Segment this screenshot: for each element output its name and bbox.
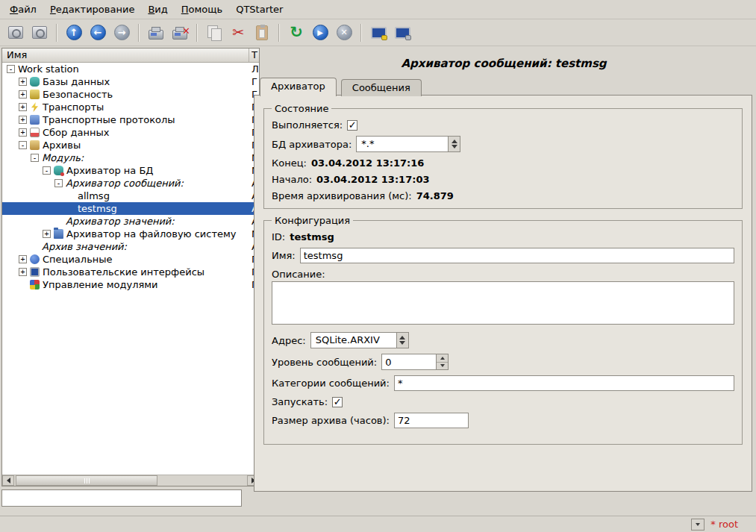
menu-view[interactable]: Вид bbox=[141, 1, 174, 17]
copy-icon bbox=[207, 25, 221, 40]
tab-content: Состояние Выполняется: ✓ БД архиватора: … bbox=[254, 95, 752, 492]
scrollbar-track[interactable] bbox=[157, 475, 247, 486]
tree-item-fs-archiver[interactable]: +Архиватор на файловую системуМ bbox=[2, 228, 259, 240]
back-button[interactable]: ← bbox=[87, 22, 109, 44]
scroll-left-button[interactable] bbox=[2, 475, 14, 486]
expander-icon[interactable]: + bbox=[19, 255, 27, 263]
toolbar-separator bbox=[278, 24, 280, 42]
description-textarea[interactable] bbox=[272, 281, 734, 325]
refresh-icon: ↻ bbox=[290, 25, 303, 40]
expander-icon[interactable]: + bbox=[19, 90, 27, 98]
tree-item-security[interactable]: +БезопасностьГ bbox=[2, 88, 259, 101]
message-level-spinbox[interactable] bbox=[381, 354, 449, 370]
stop-button[interactable]: ✕ bbox=[333, 22, 355, 44]
state-group-legend: Состояние bbox=[272, 103, 331, 114]
expander-icon[interactable]: - bbox=[19, 141, 27, 149]
menu-help[interactable]: Помощь bbox=[175, 1, 229, 17]
running-checkbox[interactable]: ✓ bbox=[347, 120, 357, 131]
toolbar-separator bbox=[56, 24, 57, 42]
qt-config-button[interactable] bbox=[367, 22, 390, 44]
add-item-button[interactable] bbox=[145, 22, 167, 44]
expander-icon[interactable]: - bbox=[7, 65, 15, 73]
start-icon: ▶ bbox=[313, 25, 328, 40]
qt-terminal-button[interactable] bbox=[391, 22, 413, 44]
tree-item-value-archive[interactable]: Архив значений:А bbox=[2, 240, 259, 253]
load-from-db-icon bbox=[8, 26, 23, 39]
expander-icon[interactable]: - bbox=[31, 154, 39, 162]
tree-header: Имя Т bbox=[2, 48, 259, 63]
tree-item-archives[interactable]: -АрхивыГ bbox=[2, 139, 259, 151]
toolbar-separator bbox=[360, 24, 362, 42]
paste-button[interactable] bbox=[251, 22, 273, 44]
start-button[interactable]: ▶ bbox=[309, 22, 331, 44]
end-value: 03.04.2012 13:17:16 bbox=[311, 157, 424, 169]
tab-archiver[interactable]: Архиватор bbox=[260, 78, 337, 96]
archiving-time-label: Время архивирования (мс): bbox=[272, 190, 412, 201]
start-checkbox[interactable]: ✓ bbox=[332, 397, 343, 407]
tree-item-daq[interactable]: +Сбор данныхГ bbox=[2, 126, 259, 139]
tab-messages[interactable]: Сообщения bbox=[341, 79, 422, 96]
expander-icon[interactable]: + bbox=[19, 268, 27, 276]
start-label: Запускать: bbox=[272, 396, 328, 407]
delete-item-icon: ✕ bbox=[172, 30, 187, 40]
main-panel: Архиватор сообщений: testmsg Архиватор С… bbox=[254, 48, 754, 516]
tree-item-testmsg[interactable]: testmsgА bbox=[2, 202, 259, 215]
scrollbar-thumb[interactable] bbox=[16, 475, 157, 486]
user-combo[interactable] bbox=[691, 519, 705, 531]
spin-arrows-icon[interactable] bbox=[436, 354, 448, 369]
expander-icon[interactable]: - bbox=[43, 166, 51, 175]
tree-item-allmsg[interactable]: allmsgА bbox=[2, 190, 259, 202]
expander-icon[interactable]: + bbox=[19, 78, 27, 86]
toolbar: ↑ ← → ✕ ✂ ↻ ▶ ✕ bbox=[0, 19, 756, 46]
name-label: Имя: bbox=[272, 250, 296, 261]
expander-icon[interactable]: + bbox=[19, 103, 27, 111]
menu-qtstarter[interactable]: QTStarter bbox=[229, 1, 290, 17]
message-level-input[interactable] bbox=[382, 354, 436, 369]
tree-panel: Имя Т -Work stationЛ +Базы данныхГ +Безо… bbox=[1, 48, 260, 486]
cut-button[interactable]: ✂ bbox=[227, 22, 249, 44]
forward-button[interactable]: → bbox=[110, 22, 133, 44]
refresh-button[interactable]: ↻ bbox=[285, 22, 307, 44]
add-item-icon bbox=[149, 30, 163, 40]
address-combo[interactable]: SQLite.ARXIV bbox=[310, 332, 409, 348]
tree-column-name: Имя bbox=[7, 49, 27, 60]
expander-icon[interactable]: - bbox=[54, 179, 63, 187]
save-to-db-button[interactable] bbox=[28, 22, 51, 44]
tree-item-transports[interactable]: +ТранспортыГ bbox=[2, 101, 259, 113]
name-input[interactable] bbox=[300, 248, 734, 263]
delete-item-button[interactable]: ✕ bbox=[169, 22, 191, 44]
tree-item-value-archivers[interactable]: Архиватор значений:А bbox=[2, 215, 259, 228]
up-button[interactable]: ↑ bbox=[63, 22, 85, 44]
tree-item-databases[interactable]: +Базы данныхГ bbox=[2, 75, 259, 88]
tree-item-module-management[interactable]: Управление модулямиГ bbox=[2, 278, 259, 291]
running-label: Выполняется: bbox=[272, 119, 343, 131]
scroll-left-icon bbox=[7, 478, 10, 484]
copy-button[interactable] bbox=[203, 22, 225, 44]
tree-column-divider[interactable] bbox=[249, 48, 249, 62]
message-categories-input[interactable] bbox=[394, 375, 734, 391]
archive-size-input[interactable] bbox=[394, 413, 469, 428]
tree-item-module[interactable]: -Модуль:М bbox=[2, 151, 259, 164]
tree-item-message-archivers[interactable]: -Архиватор сообщений:А bbox=[2, 177, 259, 190]
modules-icon bbox=[30, 280, 40, 290]
tree-item-user-interfaces[interactable]: +Пользовательские интерфейсыГ bbox=[2, 266, 259, 278]
archiver-db-combo[interactable]: *.* bbox=[356, 136, 460, 152]
tree-item-work-station[interactable]: -Work stationЛ bbox=[2, 63, 259, 75]
special-icon bbox=[30, 254, 40, 264]
tree-item-db-archiver[interactable]: -Архиватор на БДМ bbox=[2, 164, 259, 177]
expander-icon[interactable]: + bbox=[19, 128, 27, 137]
expander-icon[interactable]: + bbox=[19, 116, 27, 124]
tree-item-special[interactable]: +СпециальныеГ bbox=[2, 253, 259, 266]
menu-file[interactable]: Файл bbox=[3, 1, 43, 17]
tree-edit-line[interactable] bbox=[1, 489, 242, 507]
qt-terminal-icon bbox=[395, 27, 410, 39]
expander-icon[interactable]: + bbox=[43, 230, 51, 238]
forward-icon: → bbox=[114, 25, 130, 40]
tree-horizontal-scrollbar[interactable] bbox=[2, 475, 259, 486]
tree-item-protocols[interactable]: +Транспортные протоколыГ bbox=[2, 113, 259, 126]
message-level-label: Уровень сообщений: bbox=[272, 357, 377, 368]
state-group: Состояние Выполняется: ✓ БД архиватора: … bbox=[263, 103, 743, 209]
load-from-db-button[interactable] bbox=[4, 22, 27, 44]
menu-edit[interactable]: Редактирование bbox=[43, 1, 141, 17]
page-title: Архиватор сообщений: testmsg bbox=[254, 57, 754, 70]
